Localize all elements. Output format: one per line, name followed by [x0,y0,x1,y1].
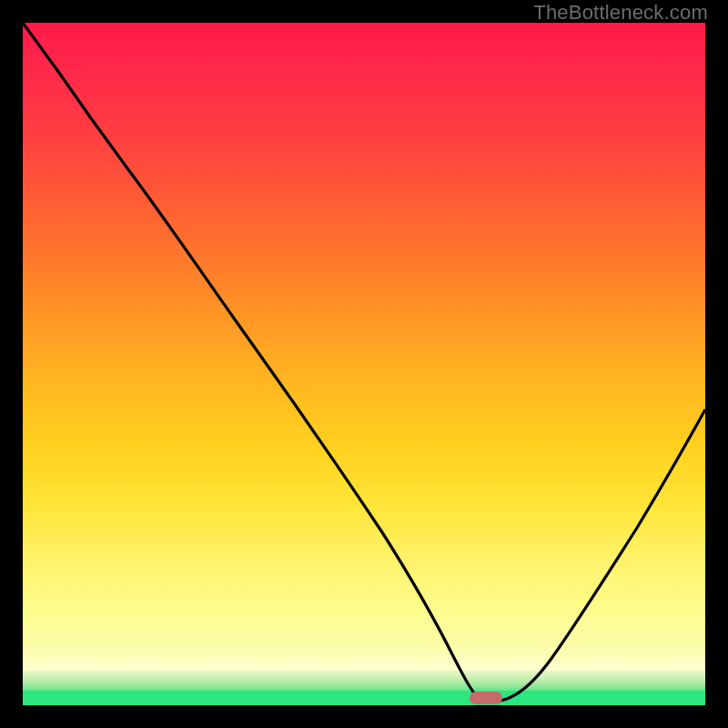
optimal-marker [470,692,502,704]
watermark-text: TheBottleneck.com [533,1,708,25]
gradient-background [23,23,705,671]
chart-frame: TheBottleneck.com [0,0,728,728]
green-band-solid [23,691,705,705]
plot-area [23,23,705,705]
green-band-light [23,671,705,691]
